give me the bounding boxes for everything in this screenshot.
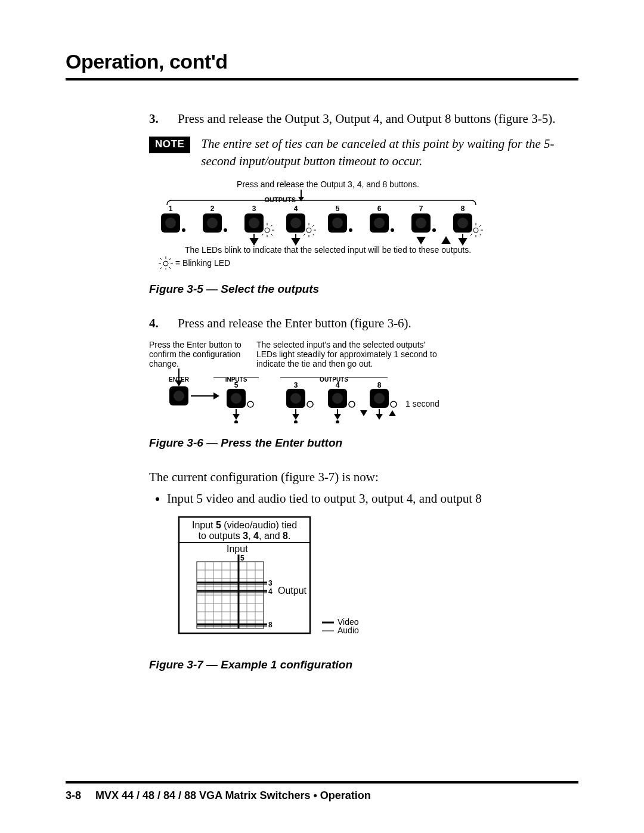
fig7-grid	[197, 562, 264, 628]
svg-point-90	[332, 393, 343, 404]
btn-num: 7	[419, 205, 423, 213]
figure-3-7-caption: Figure 3-7 — Example 1 configuration	[149, 657, 578, 673]
fig5-tie-arrows	[250, 234, 466, 244]
blinking-led-icon	[159, 256, 173, 270]
btn-num: 2	[210, 205, 215, 213]
footer: 3-8 MVX 44 / 48 / 84 / 88 VGA Matrix Swi…	[66, 781, 578, 802]
svg-point-37	[416, 218, 426, 228]
btn-num: 8	[377, 381, 382, 389]
fig5-legend: = Blinking LED	[159, 256, 230, 270]
figure-3-5-caption: Figure 3-5 — Select the outputs	[149, 281, 578, 297]
svg-line-48	[470, 234, 472, 236]
svg-marker-53	[292, 239, 299, 244]
svg-marker-51	[250, 239, 258, 244]
btn-num: 4	[336, 381, 340, 389]
fig7-legend-audio: Audio	[338, 625, 359, 635]
svg-line-65	[160, 267, 162, 269]
svg-marker-99	[376, 414, 383, 420]
fig5-top-label: Press and release the Output 3, 4, and 8…	[237, 180, 419, 189]
svg-line-66	[169, 267, 171, 269]
svg-marker-1	[298, 197, 304, 202]
btn-num: 3	[294, 381, 298, 389]
fig5-buttons: 1 2 3 4	[161, 205, 483, 237]
fig5-legend-text: = Blinking LED	[175, 258, 230, 268]
svg-point-34	[374, 218, 385, 228]
fig6-enter-label: ENTER	[169, 376, 190, 383]
svg-line-16	[271, 225, 273, 227]
step-number: 4.	[149, 315, 162, 332]
fig7-input-label: Input	[227, 544, 248, 554]
svg-point-40	[457, 218, 468, 228]
blinking-led-icon	[302, 223, 316, 237]
step-text: Press and release the Output 3, Output 4…	[178, 110, 578, 127]
svg-point-96	[374, 393, 385, 404]
svg-point-10	[265, 228, 270, 233]
svg-point-58	[163, 261, 168, 266]
summary-bullet: Input 5 video and audio tied to output 3…	[167, 490, 578, 507]
svg-line-27	[312, 225, 314, 227]
svg-marker-55	[459, 239, 466, 244]
svg-point-94	[336, 420, 339, 423]
svg-point-77	[247, 401, 253, 407]
svg-point-9	[249, 218, 259, 228]
figure-3-5-svg: Press and release the Output 3, 4, and 8…	[155, 180, 501, 270]
svg-marker-101	[389, 410, 396, 416]
figure-3-5: Press and release the Output 3, 4, and 8…	[149, 180, 578, 270]
svg-point-85	[307, 401, 313, 407]
svg-marker-100	[360, 410, 367, 416]
note-text: The entire set of ties can be canceled a…	[201, 135, 578, 169]
svg-point-7	[224, 228, 227, 232]
fig7-out-4: 4	[268, 587, 273, 596]
btn-num: 1	[169, 205, 173, 213]
fig7-box-line1: Input 5 (video/audio) tied	[192, 520, 297, 530]
figure-3-6-caption: Figure 3-6 — Press the Enter button	[149, 435, 578, 451]
fig6-left-note: Press the Enter button to confirm the co…	[149, 340, 250, 368]
fig6-right-note: The selected input's and the selected ou…	[256, 340, 447, 368]
fig7-out-3: 3	[268, 579, 273, 587]
svg-marker-79	[233, 414, 240, 420]
page-title: Operation, cont'd	[66, 50, 578, 73]
svg-line-47	[479, 225, 481, 227]
btn-num: 5	[336, 205, 340, 213]
figure-3-7: Input 5 (video/audio) tied to outputs 3,…	[149, 514, 578, 645]
svg-point-35	[391, 228, 394, 232]
svg-line-28	[304, 234, 305, 236]
svg-point-88	[294, 420, 298, 423]
btn-num: 8	[461, 205, 465, 213]
svg-point-80	[234, 420, 238, 423]
svg-point-38	[432, 228, 436, 232]
fig6-duration: 1 second	[405, 399, 439, 408]
fig7-out-8: 8	[268, 621, 273, 629]
body: 3. Press and release the Output 3, Outpu…	[149, 110, 578, 673]
fig6-outputs-label: OUTPUTS	[320, 376, 348, 383]
step-text: Press and release the Enter button (figu…	[178, 315, 578, 332]
fig7-input-num: 5	[240, 554, 244, 562]
svg-point-91	[349, 401, 355, 407]
page: Operation, cont'd 3. Press and release t…	[0, 0, 644, 833]
figure-3-6-svg: Press the Enter button to confirm the co…	[149, 340, 459, 423]
figure-3-7-svg: Input 5 (video/audio) tied to outputs 3,…	[173, 514, 376, 645]
step-list: 3. Press and release the Output 3, Outpu…	[149, 110, 578, 127]
fig6-input-num: 5	[234, 381, 239, 389]
fig7-box-line2: to outputs 3, 4, and 8.	[199, 531, 291, 541]
fig7-output-label: Output	[278, 586, 307, 596]
btn-num: 4	[294, 205, 298, 213]
fig6-output-buttons: 3 4 8	[286, 381, 397, 423]
fig5-outputs-label: OUTPUTS	[264, 196, 296, 203]
svg-line-29	[312, 234, 314, 236]
blinking-led-icon	[469, 223, 483, 237]
svg-point-84	[290, 393, 301, 404]
note-badge: NOTE	[149, 137, 190, 153]
svg-point-6	[207, 218, 218, 228]
footer-title: MVX 44 / 48 / 84 / 88 VGA Matrix Switche…	[95, 789, 371, 802]
svg-point-76	[231, 393, 242, 404]
svg-point-3	[165, 218, 176, 228]
fig5-bottom-label: The LEDs blink to indicate that the sele…	[185, 245, 471, 255]
btn-num: 6	[377, 205, 382, 213]
step-list-2: 4. Press and release the Enter button (f…	[149, 315, 578, 332]
svg-line-64	[169, 258, 171, 260]
step-3: 3. Press and release the Output 3, Outpu…	[149, 110, 578, 127]
svg-line-63	[160, 258, 162, 260]
svg-point-70	[174, 391, 184, 401]
summary-lead: The current configuration (figure 3-7) i…	[149, 469, 578, 485]
